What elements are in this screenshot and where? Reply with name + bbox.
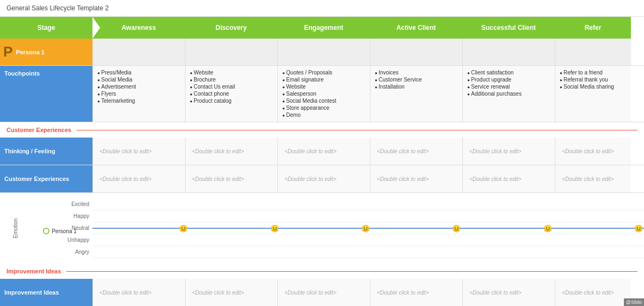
list-item: Product catalog: [190, 97, 273, 104]
engagement-header: Engagement: [277, 17, 370, 39]
improve-successful-placeholder[interactable]: <Double click to edit>: [467, 288, 524, 298]
improve-refer-placeholder[interactable]: <Double click to edit>: [560, 288, 616, 298]
touchpoints-engagement[interactable]: Quotes / Proposals Email signature Websi…: [277, 66, 370, 122]
touchpoints-row: Touchpoints Press/Media Social Media Adv…: [0, 66, 644, 122]
thinking-engagement[interactable]: <Double click to edit>: [277, 138, 370, 165]
custexp-awareness-placeholder[interactable]: <Double click to edit>: [97, 174, 154, 184]
improve-successful[interactable]: <Double click to edit>: [462, 279, 555, 306]
customer-experiences-title: Customer Experiences: [7, 127, 71, 133]
improve-active-placeholder[interactable]: <Double click to edit>: [375, 288, 431, 298]
persona-active-cell[interactable]: [370, 39, 462, 65]
list-item: Social Media sharing: [560, 83, 627, 90]
custexp-active-placeholder[interactable]: <Double click to edit>: [375, 174, 431, 184]
improve-engagement[interactable]: <Double click to edit>: [277, 279, 370, 306]
thinking-discovery[interactable]: <Double click to edit>: [185, 138, 277, 165]
main-content[interactable]: Stage Awareness Discovery Engagement Act…: [0, 17, 644, 306]
thinking-active[interactable]: <Double click to edit>: [370, 138, 462, 165]
persona-row: P Persona 1: [0, 39, 644, 66]
thinking-refer-placeholder[interactable]: <Double click to edit>: [560, 146, 616, 157]
improve-refer[interactable]: <Double click to edit>: [555, 279, 631, 306]
persona-successful-cell[interactable]: [462, 39, 555, 65]
thinking-refer[interactable]: <Double click to edit>: [555, 138, 631, 165]
thinking-active-placeholder[interactable]: <Double click to edit>: [375, 146, 431, 157]
thinking-label: Thinking / Feeling: [0, 138, 92, 165]
list-item: Contact Us email: [190, 83, 273, 90]
persona-refer-cell[interactable]: [555, 39, 631, 65]
title-bar: General Sales Lifecycle Template 2: [0, 0, 644, 17]
discovery-header: Discovery: [185, 17, 277, 39]
smiley-4: 😐: [452, 224, 461, 232]
improvement-ideas-label: Improvement Ideas: [0, 279, 92, 306]
persona-discovery-cell[interactable]: [185, 39, 277, 65]
list-item: Store appearance: [282, 104, 366, 111]
thinking-awareness-placeholder[interactable]: <Double click to edit>: [97, 146, 154, 157]
list-item: Contact phone: [190, 90, 273, 97]
improve-awareness-placeholder[interactable]: <Double click to edit>: [97, 288, 154, 298]
touchpoints-successful[interactable]: Client satisfaction Product upgrade Serv…: [462, 66, 555, 122]
custexp-discovery[interactable]: <Double click to edit>: [185, 165, 277, 192]
custexp-awareness[interactable]: <Double click to edit>: [92, 165, 185, 192]
improve-discovery-placeholder[interactable]: <Double click to edit>: [190, 288, 246, 298]
page-wrapper: General Sales Lifecycle Template 2 Stage…: [0, 0, 644, 306]
smiley-6: 😐: [634, 224, 643, 232]
page-title: General Sales Lifecycle Template 2: [7, 4, 109, 12]
touchpoints-active[interactable]: Invoices Customer Service Installation: [370, 66, 462, 122]
list-item: Website: [282, 83, 366, 90]
touchpoints-refer-list: Refer to a friend Referral thank you Soc…: [560, 69, 627, 90]
chart-rows: 😐 😐 😐 😐 😐 😐: [92, 198, 644, 258]
improve-awareness[interactable]: <Double click to edit>: [92, 279, 185, 306]
persona-name: Persona 1: [16, 49, 45, 55]
persona-label-cell: P Persona 1: [0, 39, 92, 65]
list-item: Installation: [375, 83, 458, 90]
list-item: Invoices: [375, 69, 458, 76]
thinking-discovery-placeholder[interactable]: <Double click to edit>: [190, 146, 246, 157]
list-item: Press/Media: [97, 69, 181, 76]
emotion-row-labels: Excited Happy Neutral Unhappy Angry: [60, 198, 92, 258]
refer-header: Refer: [555, 17, 631, 39]
smiley-5: 😐: [543, 224, 552, 232]
thinking-row: Thinking / Feeling <Double click to edit…: [0, 138, 644, 165]
smiley-2: 😐: [270, 224, 279, 232]
touchpoints-discovery[interactable]: Website Brochure Contact Us email Contac…: [185, 66, 277, 122]
improvement-ideas-line: [66, 271, 637, 272]
thinking-engagement-placeholder[interactable]: <Double click to edit>: [282, 146, 339, 157]
list-item: Salesperson: [282, 90, 366, 97]
list-item: Customer Service: [375, 76, 458, 83]
active-client-header: Active Client: [370, 17, 462, 39]
custexp-discovery-placeholder[interactable]: <Double click to edit>: [190, 174, 246, 184]
touchpoints-awareness[interactable]: Press/Media Social Media Advertisement F…: [92, 66, 185, 122]
improvement-ideas-section-header: Improvement Ideas: [0, 264, 644, 279]
touchpoints-awareness-list: Press/Media Social Media Advertisement F…: [97, 69, 181, 104]
bottom-bar: @Slido: [624, 298, 644, 306]
custexp-engagement-placeholder[interactable]: <Double click to edit>: [282, 174, 339, 184]
custexp-active[interactable]: <Double click to edit>: [370, 165, 462, 192]
improve-discovery[interactable]: <Double click to edit>: [185, 279, 277, 306]
list-item: Brochure: [190, 76, 273, 83]
improve-active[interactable]: <Double click to edit>: [370, 279, 462, 306]
list-item: Advertisement: [97, 83, 181, 90]
touchpoints-label: Touchpoints: [0, 66, 92, 122]
list-item: Email signature: [282, 76, 366, 83]
successful-client-header: Successful Client: [462, 17, 555, 39]
touchpoints-engagement-list: Quotes / Proposals Email signature Websi…: [282, 69, 366, 118]
emotion-chart-area: Emotion Persona 1 Excited Happy Neutral: [0, 198, 644, 258]
custexp-engagement[interactable]: <Double click to edit>: [277, 165, 370, 192]
customer-experiences-line: [77, 130, 637, 130]
thinking-successful-placeholder[interactable]: <Double click to edit>: [467, 146, 524, 157]
touchpoints-refer[interactable]: Refer to a friend Referral thank you Soc…: [555, 66, 631, 122]
thinking-awareness[interactable]: <Double click to edit>: [92, 138, 185, 165]
list-item: Social Media contest: [282, 97, 366, 104]
emotion-container: Emotion Persona 1 Excited Happy Neutral: [0, 193, 644, 264]
touchpoints-active-list: Invoices Customer Service Installation: [375, 69, 458, 90]
improve-engagement-placeholder[interactable]: <Double click to edit>: [282, 288, 339, 298]
persona-engagement-cell[interactable]: [277, 39, 370, 65]
custexp-refer-placeholder[interactable]: <Double click to edit>: [560, 174, 616, 184]
cust-exp-label: Customer Experiences: [0, 165, 92, 192]
smiley-1: 😐: [179, 224, 188, 232]
stage-header: Stage: [0, 17, 92, 39]
custexp-successful-placeholder[interactable]: <Double click to edit>: [467, 174, 524, 184]
persona-awareness-cell[interactable]: [92, 39, 185, 65]
custexp-refer[interactable]: <Double click to edit>: [555, 165, 631, 192]
custexp-successful[interactable]: <Double click to edit>: [462, 165, 555, 192]
thinking-successful[interactable]: <Double click to edit>: [462, 138, 555, 165]
